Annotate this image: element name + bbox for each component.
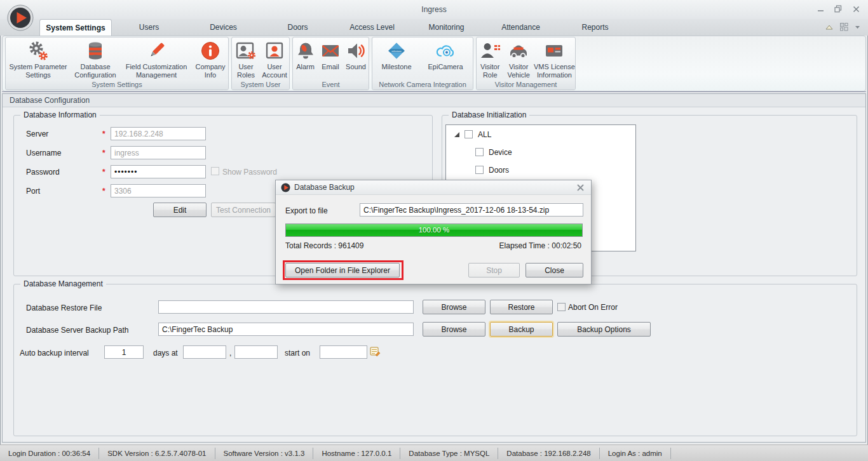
ribbon-item-vms-license-information[interactable]: VMS License Information	[534, 40, 575, 79]
restore-button[interactable]	[834, 4, 843, 13]
comma-separator: ,	[229, 349, 231, 357]
bell-icon	[295, 40, 316, 62]
tree-checkbox-doors[interactable]	[475, 166, 484, 174]
stop-button[interactable]: Stop	[468, 263, 520, 277]
tree-checkbox-device[interactable]	[475, 148, 484, 156]
close-button[interactable]	[851, 4, 860, 13]
ribbon-item-user-roles[interactable]: User Roles	[232, 40, 260, 79]
tab-access-level[interactable]: Access Level	[335, 19, 409, 36]
ribbon-item-system-parameter-settings[interactable]: System Parameter Settings	[6, 40, 71, 79]
ribbon-item-milestone[interactable]: milestone Milestone	[372, 40, 421, 71]
ribbon-item-label: Database Configuration	[71, 63, 120, 79]
car-icon	[508, 40, 529, 62]
ribbon-group-caption: System User	[232, 79, 289, 90]
progress-percent: 100.00 %	[286, 226, 582, 234]
ribbon-item-visitor-role[interactable]: Visitor Role	[477, 40, 503, 79]
total-records-label: Total Records : 961409	[285, 241, 363, 250]
info-icon	[200, 40, 221, 62]
username-input[interactable]: ingress	[111, 146, 206, 159]
test-connection-button[interactable]: Test Connection	[211, 203, 276, 217]
backup-button[interactable]: Backup	[490, 322, 553, 337]
backup-time2-input[interactable]	[234, 345, 278, 359]
tree-checkbox-all[interactable]	[465, 130, 473, 138]
ribbon-group-system-settings: System Parameter Settings Database Confi…	[5, 37, 229, 90]
username-label: Username	[26, 149, 61, 157]
ribbon-item-alarm[interactable]: Alarm	[293, 40, 318, 71]
password-input[interactable]: •••••••	[111, 165, 206, 178]
tree-item-device[interactable]: Device	[489, 148, 512, 157]
tab-doors[interactable]: Doors	[261, 19, 335, 36]
dialog-close-icon[interactable]	[576, 184, 585, 192]
browse-backup-button[interactable]: Browse	[423, 322, 485, 337]
open-folder-in-file-explorer-button[interactable]: Open Folder in File Explorer	[285, 263, 400, 277]
start-date-input[interactable]	[320, 345, 367, 359]
ribbon-item-field-customization-management[interactable]: Field Customization Management	[120, 40, 193, 79]
database-restore-file-input[interactable]	[158, 300, 414, 314]
envelope-icon	[320, 40, 341, 62]
group-legend: Database Management	[20, 279, 106, 288]
server-label: Server	[26, 130, 48, 138]
ribbon-item-label: Email	[322, 63, 339, 71]
restore-button[interactable]: Restore	[490, 300, 553, 314]
ribbon-group-caption: System Settings	[6, 79, 228, 90]
ribbon-item-label: EpiCamera	[428, 63, 463, 71]
ribbon-item-visitor-vehicle[interactable]: Visitor Vehicle	[503, 40, 533, 79]
tree-item-all[interactable]: ALL	[478, 130, 491, 139]
title-bar: Ingress	[0, 0, 868, 19]
ribbon-item-label: Field Customization Management	[120, 63, 193, 79]
ribbon-collapse-icon[interactable]	[825, 23, 834, 32]
required-marker: *	[102, 149, 105, 157]
days-at-label: days at	[153, 349, 178, 357]
ribbon-item-sound[interactable]: Sound	[343, 40, 369, 71]
minimize-button[interactable]	[816, 4, 825, 13]
tree-expander-icon[interactable]	[454, 132, 459, 137]
tab-users[interactable]: Users	[112, 19, 186, 36]
ribbon-item-label: User Roles	[232, 63, 260, 79]
interval-input[interactable]: 1	[104, 345, 144, 359]
backup-time1-input[interactable]	[183, 345, 226, 359]
ribbon-item-label: System Parameter Settings	[6, 63, 71, 79]
server-input[interactable]: 192.168.2.248	[111, 127, 206, 140]
tab-attendance[interactable]: Attendance	[484, 19, 558, 36]
ribbon-item-epicamera[interactable]: EpiCamera	[421, 40, 470, 71]
export-to-file-input[interactable]: C:\FingerTec Backup\Ingress_2017-12-06 1…	[360, 203, 583, 217]
ribbon-group-caption: Network Camera Integration	[372, 79, 473, 90]
ribbon-item-database-configuration[interactable]: Database Configuration	[71, 40, 120, 79]
date-picker-icon[interactable]	[370, 346, 381, 357]
status-software-version: Software Version : v3.1.3	[215, 448, 314, 459]
required-marker: *	[102, 168, 105, 177]
close-icon	[853, 6, 860, 13]
layout-switch-icon[interactable]	[839, 22, 849, 32]
ribbon-group-caption: Event	[293, 79, 369, 90]
password-label: Password	[26, 168, 60, 177]
close-dialog-button[interactable]: Close	[526, 263, 583, 277]
ribbon-item-label: Milestone	[381, 63, 411, 71]
ribbon-item-user-account[interactable]: User Account	[260, 40, 289, 79]
status-bar: Login Duration : 00:36:54 SDK Version : …	[0, 444, 868, 461]
status-database-type: Database Type : MYSQL	[400, 448, 498, 459]
edit-button[interactable]: Edit	[153, 203, 207, 217]
user-account-icon	[264, 40, 285, 62]
minimize-icon	[817, 6, 824, 13]
browse-restore-button[interactable]: Browse	[423, 300, 485, 314]
required-marker: *	[102, 130, 105, 138]
tab-monitoring[interactable]: Monitoring	[409, 19, 484, 36]
abort-on-error-checkbox[interactable]	[557, 303, 566, 311]
tab-reports[interactable]: Reports	[558, 19, 632, 36]
dialog-title: Database Backup	[294, 183, 355, 192]
ribbon-item-company-info[interactable]: Company Info	[193, 40, 228, 79]
ribbon-item-email[interactable]: Email	[318, 40, 343, 71]
app-menu-button[interactable]	[7, 4, 34, 31]
tab-system-settings[interactable]: System Settings	[39, 19, 112, 36]
tree-item-doors[interactable]: Doors	[489, 166, 509, 175]
more-dropdown-icon[interactable]	[855, 24, 860, 30]
tab-devices[interactable]: Devices	[186, 19, 261, 36]
dialog-app-icon	[281, 183, 290, 192]
show-password-label: Show Password	[222, 168, 277, 177]
database-server-backup-path-input[interactable]: C:\FingerTec Backup	[158, 323, 414, 336]
status-login-as: Login As : admin	[600, 448, 671, 459]
ribbon: System Parameter Settings Database Confi…	[5, 37, 576, 90]
port-input[interactable]: 3306	[111, 184, 206, 197]
show-password-checkbox[interactable]	[211, 167, 219, 175]
backup-options-button[interactable]: Backup Options	[557, 322, 651, 337]
